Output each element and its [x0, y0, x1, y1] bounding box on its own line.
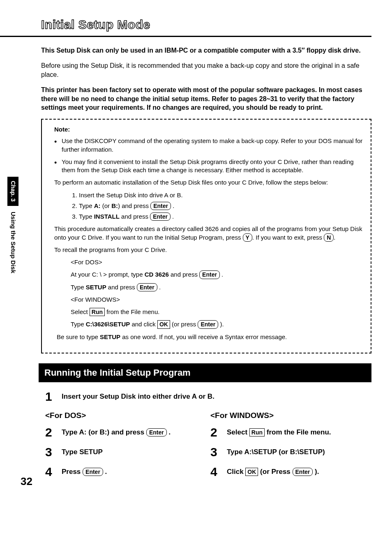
intro-block: This Setup Disk can only be used in an I… — [41, 46, 371, 113]
y-key: Y — [243, 233, 252, 242]
intro-p1: This Setup Disk can only be used in an I… — [41, 46, 371, 55]
dos-step-3: Type SETUP — [62, 446, 103, 457]
intro-p2: Before using the Setup Disk, it is recom… — [41, 61, 371, 79]
note-recall: To recall the programs from your C Drive… — [54, 246, 363, 254]
step-number: 4 — [45, 466, 62, 478]
step-number: 3 — [45, 446, 62, 458]
section-heading: Running the Initial Setup Program — [39, 363, 371, 382]
win-type-line: Type C:\3626\SETUP and click OK (or pres… — [71, 320, 363, 328]
run-button-label: Run — [249, 428, 265, 437]
enter-key: Enter — [83, 468, 103, 476]
dos-step-2: Type A: (or B:) and press Enter . — [62, 426, 171, 437]
for-windows-label: <For WINDOWS> — [71, 296, 363, 304]
step-number: 2 — [210, 426, 227, 439]
page-number: 32 — [21, 474, 32, 489]
side-tab-chapter: Chap. 3 — [7, 177, 18, 206]
for-dos-label: <For DOS> — [71, 258, 363, 266]
enter-key: Enter — [293, 468, 313, 476]
win-step-4: Click OK (or Press Enter ). — [227, 466, 319, 477]
note-auto-install: To perform an automatic installation of … — [54, 178, 363, 187]
note-bullet-1: Use the DISKCOPY command of the operatin… — [54, 137, 363, 154]
ok-button-label: OK — [157, 320, 170, 328]
enter-key: Enter — [150, 202, 171, 210]
run-button-label: Run — [90, 308, 105, 316]
title-rule — [0, 36, 371, 37]
dos-step-4: Press Enter . — [62, 466, 107, 477]
enter-key: Enter — [198, 320, 218, 328]
step-1-text: Insert your Setup Disk into either drive… — [62, 390, 214, 402]
step-number: 4 — [210, 466, 227, 478]
step-number: 2 — [45, 426, 62, 439]
win-select-line: Select Run from the File menu. — [71, 308, 363, 316]
note-ol-1: Insert the Setup Disk into drive A or B. — [79, 191, 363, 199]
note-box: Note: Use the DISKCOPY command of the op… — [41, 119, 371, 353]
ok-button-label: OK — [245, 468, 258, 476]
syntax-warning: Be sure to type SETUP as one word. If no… — [54, 333, 363, 341]
enter-key: Enter — [199, 270, 220, 279]
note-after-install: This procedure automatically creates a d… — [54, 225, 363, 242]
win-step-2: Select Run from the File menu. — [227, 426, 331, 437]
enter-key: Enter — [137, 283, 157, 291]
page-title: Initial Setup Mode — [41, 16, 371, 33]
note-label: Note: — [54, 125, 363, 134]
enter-key: Enter — [150, 212, 171, 221]
step-number: 1 — [45, 390, 62, 403]
dos-column-header: <For DOS> — [45, 410, 202, 421]
step-number: 3 — [210, 446, 227, 458]
win-column-header: <For WINDOWS> — [210, 410, 367, 421]
dos-setup-line: Type SETUP and press Enter . — [71, 283, 363, 291]
note-bullet-2: You may find it convenient to install th… — [54, 158, 363, 175]
note-ol-3: Type INSTALL and press Enter . — [79, 212, 363, 221]
enter-key: Enter — [146, 428, 167, 437]
win-step-3: Type A:\SETUP (or B:\SETUP) — [227, 446, 325, 457]
dos-cd-line: At your C: \ > prompt, type CD 3626 and … — [71, 270, 363, 279]
note-ol-2: Type A: (or B:) and press Enter . — [79, 202, 363, 210]
side-tab-section: Using the Setup Disk — [7, 206, 19, 279]
n-key: N — [324, 233, 334, 242]
intro-p3: This printer has been factory set to ope… — [41, 85, 371, 112]
